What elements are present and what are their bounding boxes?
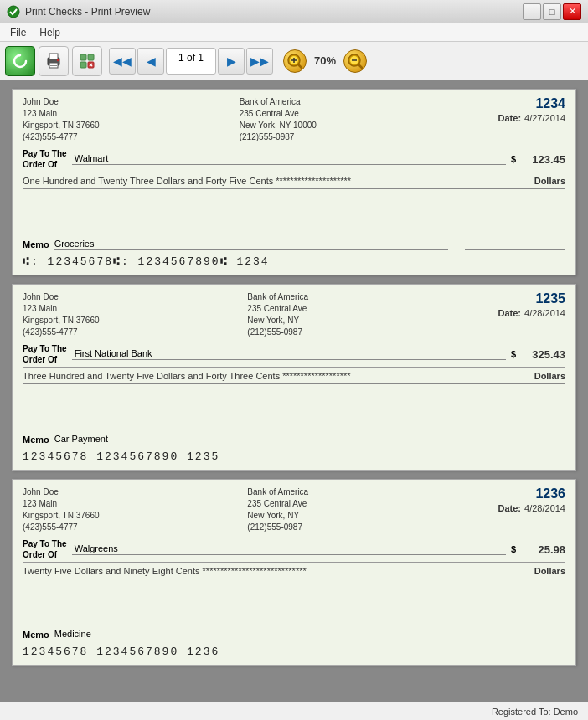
check-sender: John Doe 123 Main Kingsport, TN 37660 (4…	[23, 291, 100, 338]
date-label: Date:	[498, 113, 522, 123]
page-indicator: 1 of 1	[166, 48, 216, 75]
check-date-row: Date: 4/28/2014	[456, 503, 565, 513]
bank-name: Bank of America	[240, 96, 317, 108]
memo-section: Memo Car Payment	[23, 434, 448, 445]
check-number: 1234	[456, 96, 565, 111]
check-1: John Doe 123 Main Kingsport, TN 37660 (4…	[12, 89, 576, 275]
window-controls: – □ ✕	[523, 3, 581, 20]
date-value: 4/28/2014	[524, 308, 565, 318]
sender-phone: (423)555-4777	[23, 131, 100, 143]
written-amount: Twenty Five Dollars and Ninety Eight Cen…	[23, 566, 565, 579]
check-top-row: John Doe 123 Main Kingsport, TN 37660 (4…	[23, 486, 565, 533]
print-button[interactable]	[39, 46, 69, 76]
micr-line: ⑆: 12345678⑆: 1234567890⑆ 1234	[23, 255, 565, 268]
bank-name: Bank of America	[247, 291, 308, 303]
sender-city: Kingsport, TN 37660	[23, 510, 100, 522]
nav-first-button[interactable]: ◀◀	[109, 48, 136, 75]
check-date-row: Date: 4/28/2014	[456, 308, 565, 318]
check-date-row: Date: 4/27/2014	[456, 113, 565, 123]
payee: First National Bank	[72, 348, 506, 360]
memo-value: Groceries	[54, 239, 448, 250]
svg-rect-8	[80, 54, 86, 60]
status-text: Registered To: Demo	[492, 707, 578, 717]
check-number-date: 1235 Date: 4/28/2014	[456, 291, 565, 318]
check-memo-sig-row: Memo Medicine	[23, 629, 565, 640]
minimize-button[interactable]: –	[523, 3, 541, 20]
scroll-area[interactable]: John Doe 123 Main Kingsport, TN 37660 (4…	[0, 80, 588, 702]
signature-line	[465, 640, 565, 640]
sender-phone: (423)555-4777	[23, 522, 100, 533]
check-sender: John Doe 123 Main Kingsport, TN 37660 (4…	[23, 486, 100, 533]
memo-section: Memo Groceries	[23, 239, 448, 250]
zoom-out-button[interactable]	[343, 49, 367, 73]
sender-name: John Doe	[23, 291, 100, 303]
settings-button[interactable]	[72, 46, 102, 76]
dollar-sign: $	[511, 349, 516, 359]
nav-prev-button[interactable]: ◀	[137, 48, 164, 75]
signature-line	[465, 445, 565, 445]
date-value: 4/28/2014	[524, 503, 565, 513]
title-bar-left: Print Checks - Print Preview	[7, 5, 150, 18]
check-middle-area	[23, 384, 565, 430]
bank-city: New York, NY 10000	[240, 120, 317, 131]
check-number: 1236	[456, 486, 565, 501]
check-pay-row: Pay To TheOrder Of First National Bank $…	[23, 343, 565, 368]
dollar-sign: $	[511, 544, 516, 554]
bank-address: 235 Central Ave	[240, 108, 317, 120]
maximize-button[interactable]: □	[543, 3, 561, 20]
bank-phone: (212)555-0987	[247, 327, 308, 338]
check-middle-area	[23, 579, 565, 625]
zoom-group: 70%	[283, 49, 367, 73]
svg-rect-5	[50, 64, 57, 64]
memo-value: Medicine	[54, 629, 448, 640]
svg-line-22	[358, 64, 362, 68]
sender-city: Kingsport, TN 37660	[23, 315, 100, 327]
check-top-row: John Doe 123 Main Kingsport, TN 37660 (4…	[23, 291, 565, 338]
memo-value: Car Payment	[54, 434, 448, 445]
check-number: 1235	[456, 291, 565, 306]
svg-point-7	[57, 59, 59, 60]
date-label: Date:	[498, 308, 522, 318]
memo-label: Memo	[23, 435, 49, 445]
pay-to-label: Pay To TheOrder Of	[23, 148, 67, 170]
app-icon	[7, 5, 20, 18]
dollars-label: Dollars	[534, 371, 565, 381]
bank-address: 235 Central Ave	[247, 303, 308, 315]
check-pay-row: Pay To TheOrder Of Walmart $ 123.45	[23, 148, 565, 172]
bank-phone: (212)555-0987	[247, 522, 308, 533]
memo-label: Memo	[23, 239, 49, 249]
title-bar: Print Checks - Print Preview – □ ✕	[0, 0, 588, 23]
zoom-in-button[interactable]	[283, 49, 307, 73]
bank-city: New York, NY	[247, 510, 308, 522]
sender-address: 123 Main	[23, 108, 100, 120]
check-top-row: John Doe 123 Main Kingsport, TN 37660 (4…	[23, 96, 565, 143]
sender-address: 123 Main	[23, 498, 100, 510]
sender-name: John Doe	[23, 486, 100, 498]
svg-rect-3	[49, 54, 58, 59]
bank-address: 235 Central Ave	[247, 498, 308, 510]
date-label: Date:	[498, 503, 522, 513]
sender-phone: (423)555-4777	[23, 327, 100, 338]
nav-next-button[interactable]: ▶	[218, 48, 245, 75]
check-3: John Doe 123 Main Kingsport, TN 37660 (4…	[12, 479, 576, 666]
check-memo-sig-row: Memo Groceries	[23, 239, 565, 250]
svg-point-0	[8, 6, 19, 18]
bank-phone: (212)555-0987	[240, 131, 317, 143]
nav-last-button[interactable]: ▶▶	[246, 48, 273, 75]
status-bar: Registered To: Demo	[0, 702, 588, 720]
check-sender: John Doe 123 Main Kingsport, TN 37660 (4…	[23, 96, 100, 143]
window-title: Print Checks - Print Preview	[25, 6, 150, 18]
sender-name: John Doe	[23, 96, 100, 108]
check-number-date: 1234 Date: 4/27/2014	[456, 96, 565, 123]
close-button[interactable]: ✕	[563, 3, 581, 20]
sender-address: 123 Main	[23, 303, 100, 315]
dollars-label: Dollars	[534, 176, 565, 186]
dollars-label: Dollars	[534, 566, 565, 576]
payee: Walgreens	[72, 543, 506, 555]
menu-bar: File Help	[0, 23, 588, 42]
menu-help[interactable]: Help	[33, 25, 67, 40]
micr-line: 12345678 1234567890 1235	[23, 450, 565, 463]
menu-file[interactable]: File	[3, 25, 33, 40]
back-button[interactable]	[5, 46, 35, 76]
nav-group: ◀◀ ◀ 1 of 1 ▶ ▶▶	[109, 48, 273, 75]
